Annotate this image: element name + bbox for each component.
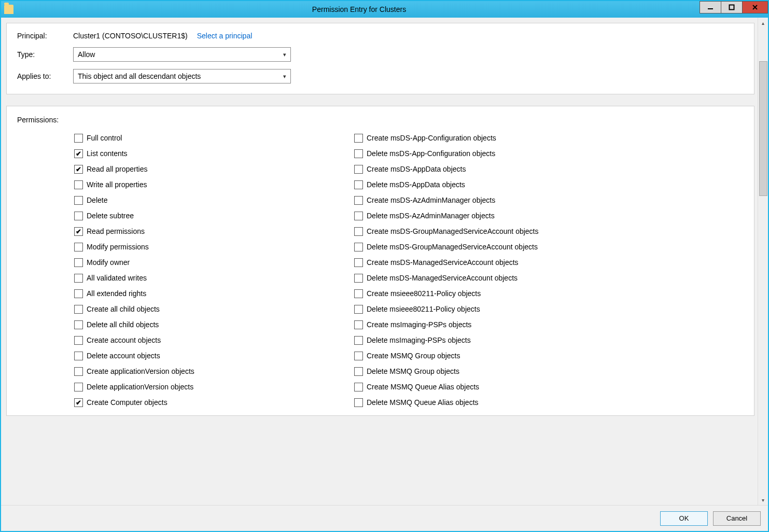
permissions-col-2: Create msDS-App-Configuration objectsDel… bbox=[354, 130, 634, 410]
permission-item: All validated writes bbox=[74, 270, 354, 286]
permission-checkbox[interactable]: ✔ bbox=[74, 165, 83, 174]
permission-label: Create msDS-ManagedServiceAccount object… bbox=[367, 258, 519, 267]
permission-checkbox[interactable] bbox=[74, 383, 83, 391]
permissions-title: Permissions: bbox=[17, 116, 744, 124]
permission-item: Create msieee80211-Policy objects bbox=[354, 286, 634, 301]
permission-label: Create MSMQ Group objects bbox=[367, 352, 460, 360]
permission-checkbox[interactable] bbox=[354, 305, 363, 314]
principal-value: Cluster1 (CONTOSO\CLUSTER1$) bbox=[73, 32, 188, 40]
permission-checkbox[interactable] bbox=[74, 243, 83, 251]
scroll-up-icon[interactable]: ▴ bbox=[759, 19, 767, 27]
permission-checkbox[interactable] bbox=[354, 165, 363, 174]
cancel-button[interactable]: Cancel bbox=[713, 511, 761, 526]
permission-checkbox[interactable]: ✔ bbox=[74, 227, 83, 236]
permission-label: Delete msDS-GroupManagedServiceAccount o… bbox=[367, 243, 538, 251]
permission-label: Create account objects bbox=[87, 336, 161, 344]
permission-item: Modify permissions bbox=[74, 239, 354, 255]
permission-label: Create msDS-App-Configuration objects bbox=[367, 134, 496, 142]
permission-item: Delete msDS-AzAdminManager objects bbox=[354, 208, 634, 223]
permission-checkbox[interactable] bbox=[354, 134, 363, 143]
permission-item: Delete msDS-GroupManagedServiceAccount o… bbox=[354, 239, 634, 255]
permission-checkbox[interactable] bbox=[354, 274, 363, 283]
permission-label: Delete msDS-AzAdminManager objects bbox=[367, 212, 495, 220]
applies-to-select[interactable]: This object and all descendant objects ▾ bbox=[73, 69, 291, 83]
permission-label: Create MSMQ Queue Alias objects bbox=[367, 383, 479, 391]
permission-item: Create account objects bbox=[74, 332, 354, 348]
permission-checkbox[interactable] bbox=[74, 352, 83, 360]
permission-item: Create msDS-ManagedServiceAccount object… bbox=[354, 255, 634, 270]
permission-checkbox[interactable] bbox=[354, 398, 363, 407]
permission-checkbox[interactable] bbox=[354, 258, 363, 267]
permission-checkbox[interactable] bbox=[74, 180, 83, 189]
scroll-down-icon[interactable]: ▾ bbox=[759, 496, 767, 504]
permission-item: ✔List contents bbox=[74, 146, 354, 161]
permission-label: Create applicationVersion objects bbox=[87, 367, 194, 375]
scroll-track[interactable] bbox=[759, 27, 767, 496]
chevron-down-icon: ▾ bbox=[283, 51, 286, 58]
permission-label: All validated writes bbox=[87, 274, 147, 282]
permissions-group: Permissions: Full control✔List contents✔… bbox=[6, 106, 754, 416]
permissions-col-1: Full control✔List contents✔Read all prop… bbox=[74, 130, 354, 410]
permission-label: Create msImaging-PSPs objects bbox=[367, 320, 471, 329]
permission-item: Write all properties bbox=[74, 177, 354, 192]
permission-checkbox[interactable] bbox=[354, 227, 363, 236]
permission-label: Full control bbox=[87, 134, 122, 142]
permission-checkbox[interactable] bbox=[74, 274, 83, 283]
scroll-pane: Principal: Cluster1 (CONTOSO\CLUSTER1$) … bbox=[1, 18, 768, 505]
ok-button[interactable]: OK bbox=[660, 511, 708, 526]
permission-item: Create MSMQ Queue Alias objects bbox=[354, 379, 634, 395]
permission-item: Create msDS-GroupManagedServiceAccount o… bbox=[354, 223, 634, 239]
permission-checkbox[interactable] bbox=[354, 367, 363, 376]
permission-item: Delete MSMQ Queue Alias objects bbox=[354, 395, 634, 410]
permission-label: Delete all child objects bbox=[87, 320, 159, 329]
permission-item: ✔Create Computer objects bbox=[74, 395, 354, 410]
permission-label: Delete account objects bbox=[87, 352, 160, 360]
permission-checkbox[interactable] bbox=[74, 305, 83, 314]
window-title: Permission Entry for Clusters bbox=[18, 5, 768, 13]
permission-label: Create Computer objects bbox=[87, 398, 167, 407]
permission-checkbox[interactable] bbox=[354, 289, 363, 298]
scroll-thumb[interactable] bbox=[759, 61, 767, 196]
permission-item: Create msDS-AzAdminManager objects bbox=[354, 192, 634, 208]
close-button[interactable] bbox=[742, 1, 768, 13]
permission-label: Create all child objects bbox=[87, 305, 160, 313]
permission-checkbox[interactable] bbox=[354, 243, 363, 251]
permission-checkbox[interactable] bbox=[74, 336, 83, 345]
permission-label: Write all properties bbox=[87, 180, 147, 189]
permission-checkbox[interactable]: ✔ bbox=[74, 398, 83, 407]
maximize-button[interactable] bbox=[721, 1, 743, 13]
select-principal-link[interactable]: Select a principal bbox=[197, 32, 253, 40]
permission-checkbox[interactable] bbox=[354, 383, 363, 391]
permission-checkbox[interactable] bbox=[354, 212, 363, 220]
permission-checkbox[interactable]: ✔ bbox=[74, 149, 83, 158]
vertical-scrollbar[interactable]: ▴ ▾ bbox=[758, 18, 768, 505]
type-select[interactable]: Allow ▾ bbox=[73, 47, 291, 62]
main-area: Principal: Cluster1 (CONTOSO\CLUSTER1$) … bbox=[1, 18, 758, 505]
permission-checkbox[interactable] bbox=[74, 258, 83, 267]
permission-item: ✔Read all properties bbox=[74, 161, 354, 177]
permission-checkbox[interactable] bbox=[354, 352, 363, 360]
permission-checkbox[interactable] bbox=[74, 196, 83, 205]
permission-label: Delete msieee80211-Policy objects bbox=[367, 305, 480, 313]
permission-label: Create msDS-GroupManagedServiceAccount o… bbox=[367, 227, 539, 235]
permission-checkbox[interactable] bbox=[74, 320, 83, 329]
permission-checkbox[interactable] bbox=[74, 134, 83, 143]
permission-checkbox[interactable] bbox=[354, 149, 363, 158]
permission-item: Full control bbox=[74, 130, 354, 146]
window-buttons bbox=[700, 1, 768, 13]
permission-checkbox[interactable] bbox=[74, 289, 83, 298]
permission-item: Delete msieee80211-Policy objects bbox=[354, 301, 634, 317]
permission-checkbox[interactable] bbox=[354, 196, 363, 205]
permission-item: Delete msDS-AppData objects bbox=[354, 177, 634, 192]
permission-checkbox[interactable] bbox=[74, 212, 83, 220]
minimize-button[interactable] bbox=[700, 1, 721, 13]
permission-item: Delete all child objects bbox=[74, 317, 354, 332]
permission-checkbox[interactable] bbox=[354, 336, 363, 345]
permission-checkbox[interactable] bbox=[354, 180, 363, 189]
permission-checkbox[interactable] bbox=[74, 367, 83, 376]
permission-item: Delete applicationVersion objects bbox=[74, 379, 354, 395]
permission-checkbox[interactable] bbox=[354, 320, 363, 329]
permission-item: Delete msImaging-PSPs objects bbox=[354, 332, 634, 348]
svg-rect-1 bbox=[730, 5, 734, 10]
permission-label: Read permissions bbox=[87, 227, 145, 235]
